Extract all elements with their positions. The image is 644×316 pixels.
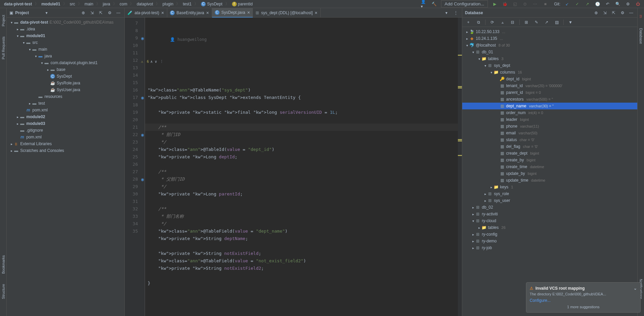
breadcrumb-item[interactable]: fparentId — [231, 1, 254, 7]
line-number[interactable]: 33 — [125, 213, 138, 220]
code-line[interactable]: "kw">private "kw">Long deptId; — [148, 153, 455, 161]
tree-arrow-icon[interactable]: ▾ — [477, 57, 481, 61]
console-icon[interactable]: ▤ — [553, 19, 560, 26]
hide-icon[interactable]: — — [628, 9, 635, 16]
tree-arrow-icon[interactable]: ▸ — [9, 142, 13, 146]
code-line[interactable]: } — [148, 280, 455, 287]
db-tree-item[interactable]: ▦update_bybigint — [462, 170, 637, 177]
table-icon[interactable]: ⊞ — [523, 19, 530, 26]
dropdown-icon[interactable]: ▾ — [46, 10, 48, 15]
tree-arrow-icon[interactable]: ▸ — [9, 149, 13, 153]
run-icon[interactable]: ▶ — [491, 1, 498, 7]
db-tree-item[interactable]: ▾📁columns16 — [462, 69, 637, 76]
tree-item[interactable]: ▸▬.idea — [7, 26, 124, 32]
code-line[interactable]: */ — [148, 220, 455, 228]
structure-tool-button[interactable]: Structure — [1, 284, 5, 299]
tree-arrow-icon[interactable]: ▸ — [471, 239, 475, 243]
settings-icon[interactable]: ⚙ — [624, 1, 631, 7]
tree-item[interactable]: ▾▬java — [7, 53, 124, 59]
select-icon[interactable]: ⊕ — [593, 9, 599, 16]
code-line[interactable]: "kw">public "kw">class SysDept "kw">exte… — [148, 94, 455, 101]
debug-icon[interactable]: 🐞 — [501, 1, 508, 7]
override-marker-icon[interactable]: ◉ — [141, 34, 144, 42]
profile-icon[interactable]: ⊙ — [522, 1, 528, 7]
db-tree-item[interactable]: ▦create_timedatetime — [462, 163, 637, 170]
line-number[interactable]: 11 — [125, 49, 138, 57]
breadcrumb-item[interactable]: java — [101, 1, 112, 7]
collapse-icon[interactable]: ⇱ — [610, 9, 617, 16]
configure-link[interactable]: Configure... — [530, 298, 551, 303]
breadcrumb-item[interactable]: test1 — [181, 1, 193, 7]
line-number[interactable]: 28◉ — [125, 176, 138, 183]
line-number[interactable]: 26 — [125, 161, 138, 168]
db-tree-item[interactable]: ▦leaderbigint — [462, 116, 637, 123]
inspection-badge[interactable]: ⚠ 6 ∧ ∨ ⋮ — [141, 58, 448, 65]
tree-item[interactable]: ▸▬Scratches and Consoles — [7, 147, 124, 154]
db-tree-item[interactable]: 🔑dept_idbigint — [462, 76, 637, 82]
tree-arrow-icon[interactable]: ▸ — [471, 246, 475, 250]
breadcrumb-item[interactable]: CSysDept — [200, 1, 224, 7]
line-number[interactable]: 31 — [125, 198, 138, 205]
code-line[interactable] — [148, 79, 455, 86]
tree-item[interactable]: ▾▬main — [7, 46, 124, 53]
db-tree-item[interactable]: ▾⊞sys_dept — [462, 62, 637, 69]
tree-arrow-icon[interactable]: ▾ — [40, 61, 44, 65]
db-tree-item[interactable]: ▦create_bybigint — [462, 157, 637, 163]
code-line[interactable] — [148, 198, 455, 205]
tab-list-icon[interactable]: ▾ — [443, 9, 450, 16]
git-update-icon[interactable]: ↙ — [564, 1, 570, 7]
stop-icon[interactable]: ■ — [542, 1, 549, 7]
code-line[interactable]: "kw">class="ann">@TableId(value = "dept_… — [148, 146, 455, 153]
search-icon[interactable]: 🔍 — [614, 1, 621, 7]
attach-icon[interactable]: ⋯ — [532, 1, 538, 7]
line-number[interactable]: 17◉ — [125, 94, 138, 101]
line-number[interactable]: 25 — [125, 153, 138, 161]
duplicate-icon[interactable]: ⧉ — [475, 19, 482, 26]
close-icon[interactable]: × — [315, 10, 317, 16]
db-tree-item[interactable]: ▦dept_namevarchar(30) = '' — [462, 103, 637, 109]
tree-arrow-icon[interactable]: ▸ — [46, 68, 50, 72]
expand-icon[interactable]: ⇲ — [89, 9, 95, 16]
line-number[interactable]: 23 — [125, 138, 138, 146]
db-tree-item[interactable]: ▾📁tables3 — [462, 55, 637, 62]
db-tree-item[interactable]: ▦create_deptbigint — [462, 150, 637, 157]
breadcrumb-item[interactable]: module01 — [40, 1, 62, 7]
db-tree-item[interactable]: ▦order_numint(4) = 0 — [462, 109, 637, 116]
db-tree-item[interactable]: ▸◆10.24.1.135... — [462, 35, 637, 42]
override-marker-icon[interactable]: ◉ — [141, 94, 144, 101]
tree-arrow-icon[interactable]: ▾ — [465, 44, 469, 47]
gear-icon[interactable]: ⚙ — [619, 9, 626, 16]
db-tree-item[interactable]: ▦emailvarchar(50) — [462, 130, 637, 136]
db-tree-item[interactable]: ▸📁keys1 — [462, 184, 637, 190]
db-tree-item[interactable]: ▾🐬@localhost8 of 30 — [462, 42, 637, 49]
breadcrumb-item[interactable]: data-pivot-test — [3, 1, 33, 7]
close-icon[interactable]: × — [161, 10, 164, 16]
jump-icon[interactable]: ↗ — [543, 19, 550, 26]
line-number[interactable]: 13 — [125, 64, 138, 72]
git-history-icon[interactable]: 🕓 — [594, 1, 601, 7]
code-line[interactable] — [148, 272, 455, 280]
maven-tool-button[interactable]: m — [639, 15, 643, 18]
filter-icon[interactable]: ▼ — [567, 19, 574, 26]
edit-icon[interactable]: ✎ — [533, 19, 540, 26]
tree-item[interactable]: ▾▬module01 — [7, 32, 124, 39]
coverage-icon[interactable]: ◱ — [511, 1, 518, 7]
db-tree-item[interactable]: ▦phonevarchar(11) — [462, 123, 637, 130]
code-line[interactable]: "kw">private "kw">String notExistField; — [148, 250, 455, 257]
db-tree-item[interactable]: ▸⊞ry-job — [462, 244, 637, 251]
db-tree-item[interactable]: ▾⊞db_01 — [462, 49, 637, 55]
tree-arrow-icon[interactable]: ▾ — [34, 54, 38, 58]
tree-arrow-icon[interactable]: ▸ — [483, 192, 487, 196]
code-line[interactable] — [148, 161, 455, 168]
tree-arrow-icon[interactable]: ▾ — [471, 50, 475, 54]
editor-tab[interactable]: ⊞sys_dept (DDL) [@localhost]× — [253, 8, 320, 18]
git-push-icon[interactable]: ↗ — [584, 1, 591, 7]
line-number[interactable]: 12 — [125, 57, 138, 64]
database-tool-button[interactable]: Database — [639, 28, 643, 44]
editor-tab[interactable]: CSysDept.java× — [212, 8, 253, 18]
tx-icon[interactable]: ⊟ — [509, 19, 516, 26]
gear-icon[interactable]: ⚙ — [106, 9, 113, 16]
add-icon[interactable]: + — [465, 19, 472, 26]
tree-arrow-icon[interactable]: ▾ — [22, 41, 26, 45]
line-number[interactable]: 10 — [125, 42, 138, 49]
